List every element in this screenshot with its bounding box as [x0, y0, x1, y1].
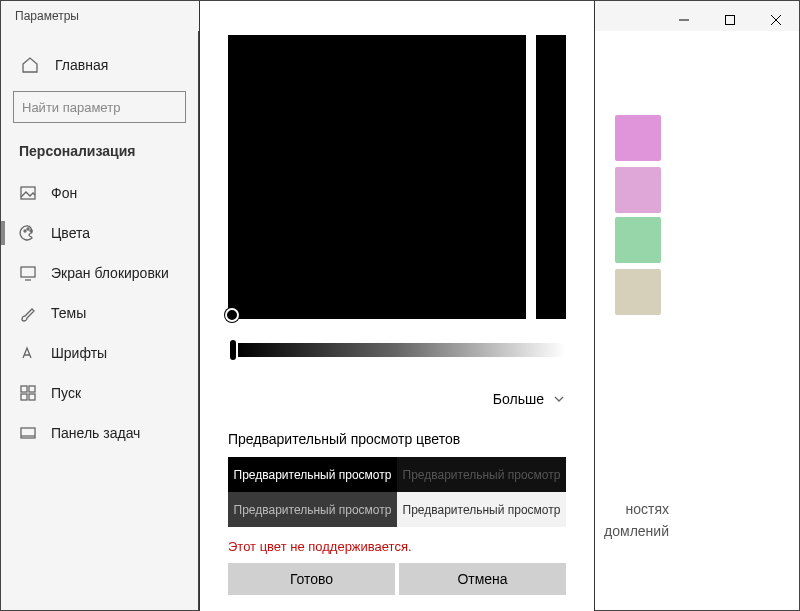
sv-thumb[interactable]: [225, 308, 239, 322]
color-swatch[interactable]: [615, 269, 661, 315]
chevron-down-icon: [552, 392, 566, 406]
color-swatch[interactable]: [615, 115, 661, 161]
color-swatch[interactable]: [615, 167, 661, 213]
sidebar-item-label: Панель задач: [51, 425, 140, 441]
sidebar-item-label: Цвета: [51, 225, 90, 241]
svg-rect-1: [726, 16, 735, 25]
search-box[interactable]: [13, 91, 186, 123]
sidebar-item-background[interactable]: Фон: [1, 173, 198, 213]
settings-window: Параметры Главная Персонализация Фон Цве…: [0, 0, 800, 611]
sidebar: Главная Персонализация Фон Цвета Экран б…: [1, 31, 199, 610]
picker-area: [228, 35, 566, 319]
preview-grid: Предварительный просмотр Предварительный…: [228, 457, 566, 527]
window-title: Параметры: [1, 9, 79, 23]
dialog-buttons: Готово Отмена: [228, 563, 566, 595]
partial-text: ностях: [625, 501, 669, 517]
preview-header: Предварительный просмотр цветов: [228, 431, 460, 447]
home-nav[interactable]: Главная: [1, 45, 198, 85]
sidebar-item-themes[interactable]: Темы: [1, 293, 198, 333]
sidebar-item-label: Экран блокировки: [51, 265, 169, 281]
svg-point-9: [30, 230, 32, 232]
slider-thumb[interactable]: [228, 338, 238, 362]
partial-text: домлений: [604, 523, 669, 539]
sidebar-item-start[interactable]: Пуск: [1, 373, 198, 413]
cancel-button[interactable]: Отмена: [399, 563, 566, 595]
brush-icon: [19, 304, 37, 322]
preview-tile-dark-accent: Предварительный просмотр: [228, 457, 397, 492]
search-input[interactable]: [14, 100, 190, 115]
preview-tile-light: Предварительный просмотр: [397, 492, 566, 527]
start-icon: [19, 384, 37, 402]
sidebar-item-label: Пуск: [51, 385, 81, 401]
color-picker-flyout: Больше Предварительный просмотр цветов П…: [199, 1, 595, 611]
palette-icon: [19, 224, 37, 242]
sidebar-item-lockscreen[interactable]: Экран блокировки: [1, 253, 198, 293]
color-swatch[interactable]: [615, 217, 661, 263]
saturation-value-field[interactable]: [228, 35, 526, 319]
svg-rect-10: [21, 267, 35, 277]
error-message: Этот цвет не поддерживается.: [228, 539, 412, 554]
section-header: Персонализация: [1, 143, 198, 173]
sidebar-item-label: Фон: [51, 185, 77, 201]
font-icon: [19, 344, 37, 362]
image-icon: [19, 184, 37, 202]
sidebar-item-colors[interactable]: Цвета: [1, 213, 198, 253]
svg-point-7: [24, 230, 26, 232]
taskbar-icon: [19, 424, 37, 442]
monitor-icon: [19, 264, 37, 282]
svg-rect-13: [29, 386, 35, 392]
home-icon: [21, 56, 39, 74]
sidebar-item-fonts[interactable]: Шрифты: [1, 333, 198, 373]
svg-point-8: [27, 228, 29, 230]
more-toggle[interactable]: Больше: [493, 391, 566, 407]
sidebar-item-taskbar[interactable]: Панель задач: [1, 413, 198, 453]
sidebar-item-label: Шрифты: [51, 345, 107, 361]
more-label: Больше: [493, 391, 544, 407]
home-label: Главная: [55, 57, 108, 73]
preview-tile-dark: Предварительный просмотр: [397, 457, 566, 492]
preview-tile-gray: Предварительный просмотр: [228, 492, 397, 527]
svg-rect-12: [21, 386, 27, 392]
svg-rect-15: [29, 394, 35, 400]
hue-slider[interactable]: [536, 35, 566, 319]
done-button[interactable]: Готово: [228, 563, 395, 595]
sidebar-item-label: Темы: [51, 305, 86, 321]
svg-rect-14: [21, 394, 27, 400]
value-slider[interactable]: [228, 343, 566, 357]
